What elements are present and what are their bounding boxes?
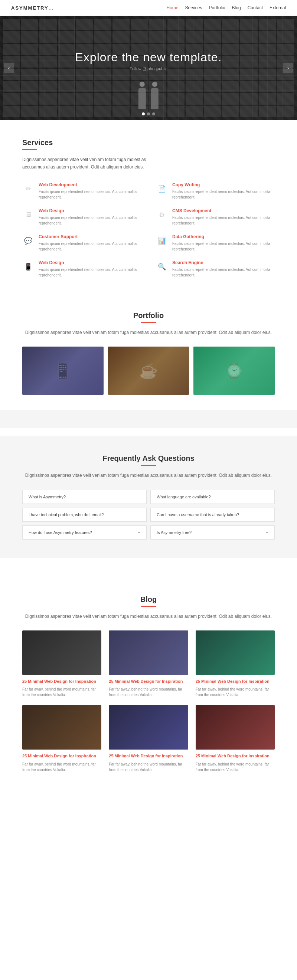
service-item-1: 📄 Copy Writing Facilis ipsum reprehender… (156, 182, 275, 200)
blog-intro: Dignissimos asperiores vitae velit venia… (22, 612, 275, 620)
hero-person-1 (139, 88, 146, 109)
service-title-7: Search Engine (172, 260, 275, 265)
faq-toggle-0[interactable]: − (138, 495, 141, 499)
faq-question-4: How do I use Asymmetry features? (29, 530, 92, 535)
blog-img-2 (196, 630, 275, 675)
service-desc-4: Facilis ipsum reprehenderit nemo molesti… (38, 241, 141, 252)
service-title-0: Web Development (38, 182, 141, 188)
service-text-0: Web Development Facilis ipsum reprehende… (38, 182, 141, 200)
faq-item-2[interactable]: I have technical problem, who do I email… (22, 508, 147, 522)
faq-item-4[interactable]: How do I use Asymmetry features? − (22, 525, 147, 539)
faq-item-5[interactable]: Is Asymmetry free? − (150, 525, 275, 539)
service-text-6: Web Design Facilis ipsum reprehenderit n… (38, 260, 141, 278)
blog-excerpt-0: Far far away, behind the word mountains,… (22, 686, 101, 698)
hero-dot-1[interactable] (142, 113, 145, 115)
navbar: ASYMMETRY... Home Services Portfolio Blo… (0, 0, 297, 16)
hero-content: Explore the new template. Follow @johnqp… (75, 51, 222, 71)
blog-card-0[interactable]: 25 Minimal Web Design for Inspiration Fa… (22, 630, 101, 698)
hero-dots (142, 113, 155, 115)
blog-excerpt-4: Far far away, behind the word mountains,… (109, 761, 188, 773)
faq-toggle-4[interactable]: − (138, 530, 141, 535)
faq-question-2: I have technical problem, who do I email… (29, 512, 104, 517)
service-title-2: Web Design (38, 208, 141, 213)
service-item-5: 📊 Data Gathering Facilis ipsum reprehend… (156, 234, 275, 252)
services-section: Services Dignissimos asperiores vitae ve… (0, 120, 297, 293)
portfolio-title: Portfolio (22, 311, 275, 320)
faq-question-1: What language are available? (156, 495, 211, 499)
portfolio-item-2[interactable]: ⌚ (193, 347, 275, 395)
blog-title: Blog (22, 595, 275, 604)
blog-excerpt-1: Far far away, behind the word mountains,… (109, 686, 188, 698)
faq-item-3[interactable]: Can I have a username that is already ta… (150, 508, 275, 522)
faq-underline (141, 465, 156, 466)
services-intro: Dignissimos asperiores vitae velit venia… (22, 156, 148, 171)
service-text-4: Customer Support Facilis ipsum reprehend… (38, 234, 141, 252)
portfolio-item-0[interactable]: 📱 (22, 347, 104, 395)
blog-excerpt-2: Far far away, behind the word mountains,… (196, 686, 275, 698)
blog-img-1 (109, 630, 188, 675)
portfolio-thumb-2: ⌚ (193, 347, 275, 395)
faq-section: Frequently Ask Questions Dignissimos asp… (0, 436, 297, 558)
nav-home[interactable]: Home (167, 5, 179, 10)
service-desc-3: Facilis ipsum reprehenderit nemo molesti… (172, 215, 275, 226)
search-icon: 🔍 (156, 261, 168, 273)
blog-card-4[interactable]: 25 Minimal Web Design for Inspiration Fa… (109, 705, 188, 772)
service-text-3: CMS Development Facilis ipsum reprehende… (172, 208, 275, 226)
hero-person-2 (151, 88, 158, 109)
blog-card-2[interactable]: 25 Minimal Web Design for Inspiration Fa… (196, 630, 275, 698)
blog-card-5[interactable]: 25 Minimal Web Design for Inspiration Fa… (196, 705, 275, 772)
portfolio-intro: Dignissimos asperiores vitae velit venia… (22, 329, 275, 336)
service-desc-0: Facilis ipsum reprehenderit nemo molesti… (38, 189, 141, 200)
faq-toggle-5[interactable]: − (266, 530, 268, 535)
blog-card-1[interactable]: 25 Minimal Web Design for Inspiration Fa… (109, 630, 188, 698)
faq-item-1[interactable]: What language are available? − (150, 490, 275, 504)
portfolio-section: Portfolio Dignissimos asperiores vitae v… (0, 293, 297, 410)
blog-title-2: 25 Minimal Web Design for Inspiration (196, 679, 275, 684)
services-underline (22, 149, 37, 150)
faq-toggle-3[interactable]: − (266, 512, 268, 517)
blog-card-3[interactable]: 25 Minimal Web Design for Inspiration Fa… (22, 705, 101, 772)
blog-underline (141, 606, 156, 607)
hero-people (137, 88, 160, 109)
blog-section: Blog Dignissimos asperiores vitae velit … (0, 577, 297, 795)
services-title: Services (22, 138, 275, 147)
service-text-7: Search Engine Facilis ipsum reprehenderi… (172, 260, 275, 278)
monitor-icon: 🖥 (22, 209, 34, 221)
blog-title-3: 25 Minimal Web Design for Inspiration (22, 753, 101, 759)
blog-title-1: 25 Minimal Web Design for Inspiration (109, 679, 188, 684)
faq-item-0[interactable]: What is Asymmetry? − (22, 490, 147, 504)
gear-icon: ⚙ (156, 209, 168, 221)
nav-logo: ASYMMETRY... (11, 5, 53, 11)
service-title-1: Copy Writing (172, 182, 275, 188)
chart-icon: 📊 (156, 235, 168, 247)
faq-toggle-2[interactable]: − (138, 512, 141, 517)
service-item-0: ✏ Web Development Facilis ipsum reprehen… (22, 182, 141, 200)
portfolio-grid: 📱 ☕ ⌚ (22, 347, 275, 395)
service-desc-7: Facilis ipsum reprehenderit nemo molesti… (172, 267, 275, 278)
service-title-5: Data Gathering (172, 234, 275, 239)
hero-next-button[interactable]: › (283, 63, 293, 73)
faq-toggle-1[interactable]: − (266, 495, 268, 499)
faq-intro: Dignissimos asperiores vitae velit venia… (22, 472, 275, 479)
hero-prev-button[interactable]: ‹ (4, 63, 14, 73)
hero-dot-3[interactable] (152, 113, 155, 115)
faq-title: Frequently Ask Questions (22, 454, 275, 463)
blog-img-3 (22, 705, 101, 749)
service-item-4: 💬 Customer Support Facilis ipsum reprehe… (22, 234, 141, 252)
service-desc-6: Facilis ipsum reprehenderit nemo molesti… (38, 267, 141, 278)
blog-grid-2: 25 Minimal Web Design for Inspiration Fa… (22, 705, 275, 772)
blog-title-5: 25 Minimal Web Design for Inspiration (196, 753, 275, 759)
nav-external[interactable]: External (270, 5, 286, 10)
nav-portfolio[interactable]: Portfolio (209, 5, 225, 10)
hero-dot-2[interactable] (147, 113, 150, 115)
nav-services[interactable]: Services (185, 5, 202, 10)
nav-blog[interactable]: Blog (232, 5, 241, 10)
hero-title: Explore the new template. (75, 51, 222, 64)
copy-icon: 📄 (156, 183, 168, 195)
blog-img-0 (22, 630, 101, 675)
nav-logo-dot: ... (49, 5, 53, 11)
portfolio-item-1[interactable]: ☕ (108, 347, 189, 395)
service-text-2: Web Design Facilis ipsum reprehenderit n… (38, 208, 141, 226)
nav-contact[interactable]: Contact (248, 5, 263, 10)
service-title-4: Customer Support (38, 234, 141, 239)
